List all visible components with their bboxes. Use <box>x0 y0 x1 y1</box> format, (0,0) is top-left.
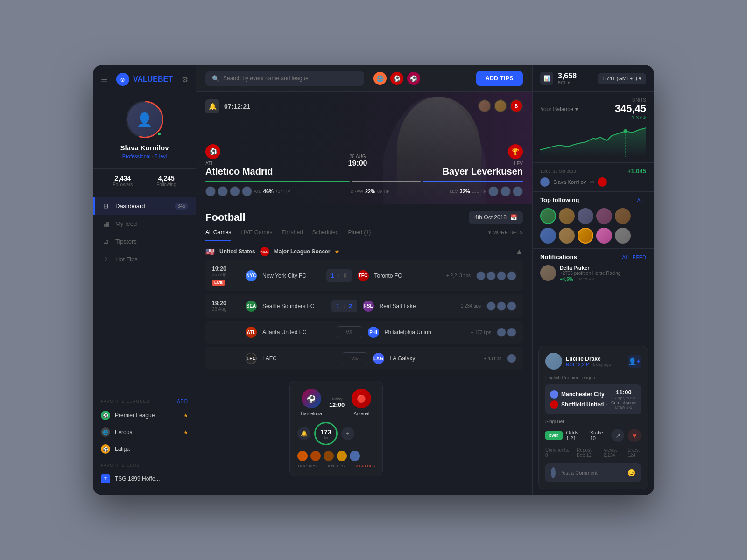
comment-input[interactable] <box>559 470 624 476</box>
following-av-1[interactable] <box>540 208 556 224</box>
all-feed-link[interactable]: ALL FEED <box>622 254 646 260</box>
tip-av-4 <box>507 271 516 280</box>
progress-left <box>205 181 350 182</box>
odds-row: ATL 46% +34 TIP DRAW 22% 89 TIP <box>205 186 523 196</box>
table-row[interactable]: 19:20 26 Aug LIVE NYC New York City FC 1… <box>205 260 523 291</box>
barcelona-logo: ⚽ <box>302 389 321 408</box>
score-badge-4: VS <box>342 352 367 364</box>
time-badge[interactable]: 15:41 (GMT+1) ▾ <box>598 73 646 84</box>
tip-av-6 <box>497 301 506 311</box>
filter-chrome[interactable]: 🌐 <box>374 72 387 85</box>
mini-avatar-3 <box>324 451 334 461</box>
sidebar: ☰ ◎ VALUEBET ⚙ 👤 Slava Kornilov Professi… <box>93 65 196 495</box>
search-box[interactable]: 🔍 <box>205 71 364 86</box>
tab-live-games[interactable]: LIVE Games <box>240 229 272 241</box>
league-laliga[interactable]: ⚽ Laliga <box>93 441 196 457</box>
nav-tipsters[interactable]: ⊿ Tipsters <box>93 232 196 250</box>
roi-icon: 📊 <box>540 72 553 85</box>
mini-add[interactable]: + <box>341 427 354 440</box>
match-time-col: 19:20 26 Aug LIVE <box>212 266 240 286</box>
balance-value: 345,45 <box>615 103 646 115</box>
mini-bell[interactable]: 🔔 <box>297 427 310 440</box>
following-av-4[interactable] <box>596 208 612 224</box>
following-av-5[interactable] <box>615 208 631 224</box>
table-row[interactable]: LFC LAFC VS LAG LA Galaxy + 43 tips <box>205 347 523 370</box>
nav-dashboard[interactable]: ⊞ Dashboard 345 <box>93 197 196 215</box>
bet-match-time: 11:00 <box>611 389 636 396</box>
filter-liverpool[interactable]: ⚽ <box>390 72 403 85</box>
team-logo-away-4: LAG <box>373 353 384 364</box>
bell-button[interactable]: 🔔 <box>205 99 219 113</box>
odds-value: Odds: 1.21 <box>566 430 586 441</box>
emoji-icon[interactable]: 😊 <box>627 469 635 476</box>
team-right: 🏆 LEV Bayer Leverkusen <box>443 144 523 177</box>
following-av-2[interactable] <box>559 208 575 224</box>
tab-finished[interactable]: Finished <box>282 229 303 241</box>
odds-left-pct: 46% <box>263 189 274 194</box>
team-logo-away-3: PHI <box>368 327 379 338</box>
bet-teams: Slava Kornilov vs <box>540 177 646 187</box>
football-title: Football <box>205 211 246 224</box>
bet-user-roi: ROI 12,234 <box>566 362 590 367</box>
bet-user-name: Lucille Drake <box>566 356 611 362</box>
collapse-icon[interactable]: ▲ <box>515 247 523 256</box>
following-header: Top following ALL <box>540 196 646 203</box>
following-av-9[interactable] <box>596 228 612 244</box>
following-av-10[interactable] <box>615 228 631 244</box>
match-date: 26 AUG <box>348 154 367 159</box>
league-icon-premier: ⚽ <box>101 411 110 420</box>
bet-user-avatar <box>545 353 562 370</box>
like-button[interactable]: ♥ <box>628 429 641 442</box>
following-av-6[interactable] <box>540 228 556 244</box>
team-left-logo: ⚽ <box>205 144 220 159</box>
following-all-link[interactable]: ALL <box>637 197 646 203</box>
roi-label: ROI ▼ <box>558 80 577 85</box>
table-row[interactable]: 19:20 26 Aug SEA Seattle Sounders FC 1 :… <box>205 294 523 318</box>
comment-avatar <box>551 467 556 478</box>
team-home-1: New York City FC <box>262 273 321 279</box>
add-league-btn[interactable]: ADD <box>177 399 188 404</box>
notif-time: 04:20PM <box>578 277 595 282</box>
league-evropa[interactable]: 🌐 Evropa ★ <box>93 424 196 441</box>
share-button[interactable]: ↗ <box>611 429 624 442</box>
bet-option-2x: 2X 48 TIPS <box>356 464 375 468</box>
filter-barcelona[interactable]: ⚽ <box>407 72 420 85</box>
tips-1: + 2,213 tips <box>438 273 471 278</box>
team-away-3: Philadelphia Union <box>385 329 453 336</box>
add-tips-button[interactable]: ADD TIPS <box>476 71 523 86</box>
team-logo-away-2: RSL <box>363 301 374 312</box>
hamburger-icon[interactable]: ☰ <box>101 75 107 84</box>
notif-meta: +4,5% 04:20PM <box>560 277 646 282</box>
league-info: 🇺🇸 United States MLS Major League Soccer… <box>205 247 339 256</box>
tab-pined[interactable]: Pined (1) <box>348 229 371 241</box>
date-picker[interactable]: 4th Oct 2018 📅 <box>469 211 523 224</box>
logo-main: BET <box>158 75 173 83</box>
nav-hottips[interactable]: ✈ Hot Tips <box>93 250 196 268</box>
following-av-8[interactable] <box>578 228 593 244</box>
units-label: UNITS <box>615 98 646 103</box>
hero-avatar-1 <box>478 99 491 112</box>
league-premier[interactable]: ⚽ Premier League ★ <box>93 407 196 424</box>
search-input[interactable] <box>223 75 358 82</box>
tab-all-games[interactable]: All Games <box>205 229 231 241</box>
right-header: 📊 3,658 ROI ▼ 15:41 (GMT+1) ▾ <box>533 65 654 92</box>
filter-icons: 🌐 ⚽ ⚽ <box>374 72 420 85</box>
hero-content: 🔔 07:12:21 B ⚽ ATL Atletico Mad <box>196 92 532 204</box>
following-row-2 <box>540 228 646 244</box>
table-row[interactable]: ATL Atlanta United FC VS PHI Philadelphi… <box>205 321 523 344</box>
more-bets-link[interactable]: ▾ MORE BETS <box>488 230 523 236</box>
tab-scheduled[interactable]: Scheduled <box>312 229 339 241</box>
match-time-col-2: 19:20 26 Aug <box>212 300 240 312</box>
settings-icon[interactable]: ⚙ <box>182 75 188 84</box>
mini-avatars-row: 1X 67 TIPS X 58 TIPS 2X 48 TIPS <box>297 451 375 468</box>
nav-myfeed[interactable]: ▦ My feed <box>93 215 196 232</box>
hero-bottom: ⚽ ATL Atletico Madrid 26 AUG 19:00 🏆 LEV… <box>205 144 523 196</box>
bet-card: Lucille Drake ROI 12,234 1 day ago 👤+ En… <box>538 346 648 489</box>
avatar-ring: 👤 <box>126 101 163 138</box>
following-av-3[interactable] <box>578 208 593 224</box>
team-left-abbr: ATL <box>205 161 273 166</box>
notifications-header: Notifications ALL FEED <box>540 253 646 260</box>
following-av-7[interactable] <box>559 228 575 244</box>
follow-button[interactable]: 👤+ <box>628 355 641 368</box>
club-tsg[interactable]: T TSG 1899 Hoffe... <box>93 470 196 487</box>
